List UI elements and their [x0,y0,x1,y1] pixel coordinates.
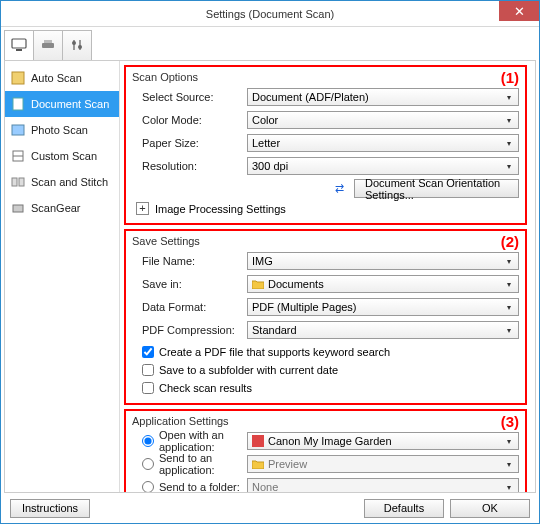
select-send-folder: None▾ [247,478,519,492]
checkbox-check-results[interactable] [142,382,154,394]
swap-defaults-icon[interactable]: ⇄ [331,182,348,195]
ok-button[interactable]: OK [450,499,530,518]
titlebar: Settings (Document Scan) ✕ [1,1,539,27]
tab-general-settings[interactable] [62,30,92,60]
document-scan-icon [11,97,25,111]
label-pdf-compression: PDF Compression: [132,324,247,336]
svg-point-6 [72,41,76,45]
svg-rect-8 [12,72,24,84]
radio-send-folder[interactable] [142,481,154,492]
checkbox-keyword-pdf[interactable] [142,346,154,358]
sidebar-item-document-scan[interactable]: Document Scan [5,91,119,117]
sidebar-item-label: Custom Scan [31,150,97,162]
image-processing-label: Image Processing Settings [155,203,286,215]
main: Auto Scan Document Scan Photo Scan Custo… [4,61,536,493]
image-processing-expander[interactable]: + Image Processing Settings [136,202,519,215]
stitch-icon [11,175,25,189]
svg-rect-15 [13,205,23,212]
svg-rect-13 [12,178,17,186]
select-resolution[interactable]: 300 dpi▾ [247,157,519,175]
svg-rect-9 [13,98,23,110]
radio-open-app[interactable] [142,435,154,447]
settings-window: Settings (Document Scan) ✕ [0,0,540,524]
checkbox-label: Check scan results [159,382,252,394]
svg-rect-0 [12,39,26,48]
chevron-down-icon: ▾ [502,435,515,448]
label-select-source: Select Source: [132,91,247,103]
tab-scan-from-computer[interactable] [4,30,34,60]
sidebar-item-label: Document Scan [31,98,109,110]
group-number: (2) [501,233,519,250]
group-scan-options: (1) Scan Options Select Source: Document… [124,65,527,225]
settings-pane[interactable]: (1) Scan Options Select Source: Document… [120,61,535,492]
chevron-down-icon: ▾ [502,91,515,104]
select-open-app[interactable]: Canon My Image Garden▾ [247,432,519,450]
scangear-icon [11,201,25,215]
select-paper-size[interactable]: Letter▾ [247,134,519,152]
tab-scan-from-panel[interactable] [33,30,63,60]
sidebar-item-label: Scan and Stitch [31,176,108,188]
window-title: Settings (Document Scan) [206,8,334,20]
select-send-app: Preview▾ [247,455,519,473]
label-resolution: Resolution: [132,160,247,172]
sidebar-item-label: ScanGear [31,202,81,214]
instructions-button[interactable]: Instructions [10,499,90,518]
app-icon [252,435,264,447]
label-file-name: File Name: [132,255,247,267]
group-title: Application Settings [132,415,519,427]
checkbox-subfolder[interactable] [142,364,154,376]
label-data-format: Data Format: [132,301,247,313]
footer: Instructions Defaults OK [4,493,536,523]
svg-rect-1 [16,49,22,51]
group-application-settings: (3) Application Settings Open with an ap… [124,409,527,492]
group-save-settings: (2) Save Settings File Name: IMG▾ Save i… [124,229,527,405]
sidebar-item-scangear[interactable]: ScanGear [5,195,119,221]
group-title: Save Settings [132,235,519,247]
radio-send-app[interactable] [142,458,154,470]
svg-rect-2 [42,43,54,48]
svg-point-7 [78,45,82,49]
select-save-in[interactable]: Documents▾ [247,275,519,293]
sliders-icon [69,38,85,54]
sidebar-item-custom-scan[interactable]: Custom Scan [5,143,119,169]
chevron-down-icon: ▾ [502,114,515,127]
close-button[interactable]: ✕ [499,1,539,21]
radio-label: Send to a folder: [159,481,240,492]
label-paper-size: Paper Size: [132,137,247,149]
select-data-format[interactable]: PDF (Multiple Pages)▾ [247,298,519,316]
folder-icon [252,458,264,470]
group-title: Scan Options [132,71,519,83]
radio-label: Send to an application: [159,452,247,476]
input-file-name[interactable]: IMG▾ [247,252,519,270]
select-color-mode[interactable]: Color▾ [247,111,519,129]
svg-rect-10 [12,125,24,135]
select-pdf-compression[interactable]: Standard▾ [247,321,519,339]
chevron-down-icon: ▾ [502,137,515,150]
orientation-settings-button[interactable]: Document Scan Orientation Settings... [354,179,519,198]
plus-icon: + [136,202,149,215]
label-color-mode: Color Mode: [132,114,247,126]
chevron-down-icon: ▾ [502,481,515,492]
chevron-down-icon: ▾ [502,301,515,314]
checkbox-label: Create a PDF file that supports keyword … [159,346,390,358]
select-source[interactable]: Document (ADF/Platen)▾ [247,88,519,106]
sidebar: Auto Scan Document Scan Photo Scan Custo… [5,61,120,492]
chevron-down-icon: ▾ [502,278,515,291]
chevron-down-icon: ▾ [502,160,515,173]
monitor-icon [11,38,27,54]
sidebar-item-scan-stitch[interactable]: Scan and Stitch [5,169,119,195]
mode-tabs [4,30,536,61]
chevron-down-icon: ▾ [502,324,515,337]
sidebar-item-auto-scan[interactable]: Auto Scan [5,65,119,91]
svg-rect-16 [252,435,264,447]
checkbox-label: Save to a subfolder with current date [159,364,338,376]
photo-scan-icon [11,123,25,137]
chevron-down-icon: ▾ [502,255,515,268]
sidebar-item-photo-scan[interactable]: Photo Scan [5,117,119,143]
group-number: (3) [501,413,519,430]
sidebar-item-label: Photo Scan [31,124,88,136]
sidebar-item-label: Auto Scan [31,72,82,84]
defaults-button[interactable]: Defaults [364,499,444,518]
content: Auto Scan Document Scan Photo Scan Custo… [1,27,539,523]
svg-rect-3 [44,40,52,43]
